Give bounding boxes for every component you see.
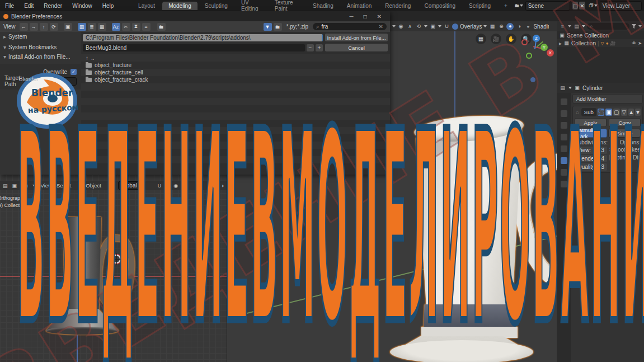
tab-scripting[interactable]: Scripting [463,2,497,10]
chevron-down-icon [520,4,523,7]
proportional-editing-icon[interactable]: ◉ [397,23,405,30]
title-word: МОДЕЛИРОВАНИЕ. [279,91,644,362]
chevron-down-icon[interactable] [438,25,441,27]
chevron-down-icon[interactable] [424,25,427,27]
tab-animation[interactable]: Animation [341,2,378,10]
forward-icon[interactable]: → [30,23,38,31]
hidden-files-icon[interactable]: 🖿 [157,23,166,31]
tab-layout[interactable]: Layout [132,2,161,10]
falloff-icon[interactable]: ∧ [406,23,413,30]
view-menu[interactable]: View [3,23,16,30]
sidebar-item-system-bookmarks[interactable]: ▾System Bookmarks [0,43,81,52]
sort-alpha-icon[interactable]: Az [112,23,120,31]
filter-funnel-icon[interactable]: ▼ [264,23,272,31]
transform-pivot-icon[interactable]: ⟲ [415,23,422,30]
filebrowser-toolbar: View ← → ↑ ⟳ ▣ ▥ ≣ ▦ Az ✂ ⧗ ≡ 🖿 ▼ 🖿 *.py… [0,21,390,32]
refresh-icon[interactable]: ⟳ [50,23,58,31]
help-menu[interactable]: Help [97,3,119,9]
new-folder-icon[interactable]: ▣ [64,23,72,31]
close-button[interactable]: ✕ [372,13,387,20]
edit-menu[interactable]: Edit [19,3,39,9]
install-addon-button[interactable]: Install Add-on from File... [325,33,388,42]
preferences-titlebar[interactable]: Blender Preferences ─ □ ✕ [0,11,390,21]
parent-dir-row[interactable]: ↑.. [81,54,390,62]
scene-icon[interactable]: 🖿 [514,2,520,10]
blender-app-icon [3,14,8,19]
overlays-dropdown[interactable]: Overlays [460,23,482,30]
sidebar-item-install-addon[interactable]: ▾Install Add-on from File... [0,52,81,62]
chevron-down-icon[interactable] [483,25,487,27]
window-title: Blender Preferences [11,13,62,20]
video-title-overlay: ВВЕДЕНИЕ В МОДЕЛИРОВАНИЕ. [0,91,644,362]
clear-search-icon[interactable]: ✕ [379,23,383,30]
back-icon[interactable]: ← [20,23,28,31]
file-search-input[interactable]: ⌕fra ✕ [313,23,387,30]
tab-sculpting[interactable]: Sculpting [199,2,234,10]
chevron-down-icon[interactable] [392,25,396,27]
sort-size-icon[interactable]: ≡ [142,23,151,31]
file-row[interactable]: object_fracture [81,62,390,69]
cancel-button[interactable]: Cancel [325,43,388,52]
add-workspace-button[interactable]: + [498,2,514,10]
window-menu[interactable]: Window [67,3,97,9]
title-word: ВВЕДЕНИЕ [17,91,251,362]
tab-shading[interactable]: Shading [307,2,340,10]
decrement-filename-button[interactable]: − [307,44,314,51]
render-menu[interactable]: Render [39,3,67,9]
thumbnail-view-icon[interactable]: ▦ [98,23,106,31]
folder-filter-icon[interactable]: 🖿 [274,23,282,31]
minimize-button[interactable]: ─ [344,13,358,20]
directory-path-field[interactable]: C:\Program Files\Blender Foundation\Blen… [83,34,323,41]
file-menu[interactable]: File [0,3,19,9]
tab-modeling[interactable]: Modeling [162,2,198,10]
maximize-button[interactable]: □ [359,13,372,20]
detail-view-icon[interactable]: ≣ [88,23,96,31]
gizmos-icon[interactable] [452,23,458,30]
title-word: В [251,91,280,362]
parent-dir-icon[interactable]: ↑ [40,23,48,31]
extension-filter-label: *.py;*.zip [286,23,308,30]
snap-target-icon[interactable]: ▣ [429,23,436,30]
list-view-icon[interactable]: ▥ [78,23,86,31]
blender-screenshot: ◉ ∧ ⟲ ▣ U Overlays ▦ ⊕ ● ◑ ◒ Shading ▦ 🎥… [0,0,644,362]
sort-time-icon[interactable]: ⧗ [132,23,140,31]
folder-icon [86,63,92,68]
tab-compositing[interactable]: Compositing [418,2,462,10]
tab-rendering[interactable]: Rendering [379,2,417,10]
sidebar-item-system[interactable]: ▸System [0,32,81,41]
increment-filename-button[interactable]: + [316,44,323,51]
filename-field[interactable]: BeerMug3.blend [83,44,305,51]
magnet-icon[interactable]: U [443,23,450,30]
sort-extension-icon[interactable]: ✂ [122,23,130,31]
